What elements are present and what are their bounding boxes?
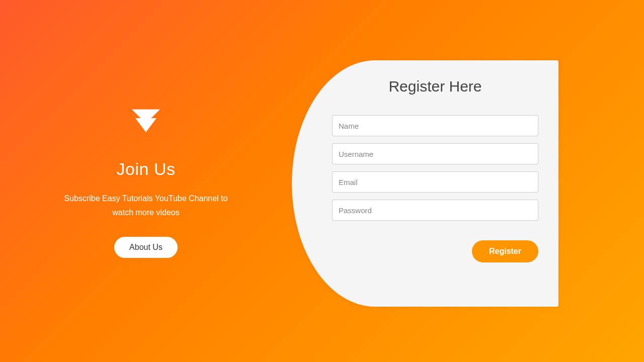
left-panel: Join Us Subscribe Easy Tutorials YouTube… [0, 0, 292, 362]
email-field[interactable] [332, 171, 538, 193]
password-field[interactable] [332, 200, 538, 221]
join-subtitle: Subscribe Easy Tutorials YouTube Channel… [55, 192, 236, 219]
register-card: Register Here Register [292, 60, 558, 307]
about-us-button[interactable]: About Us [114, 237, 178, 258]
username-field[interactable] [332, 143, 538, 164]
svg-marker-1 [135, 118, 156, 132]
register-title: Register Here [332, 78, 538, 95]
register-button[interactable]: Register [472, 240, 538, 262]
join-title: Join Us [117, 159, 176, 179]
logo-chevron-icon [128, 104, 164, 139]
name-field[interactable] [332, 115, 538, 136]
